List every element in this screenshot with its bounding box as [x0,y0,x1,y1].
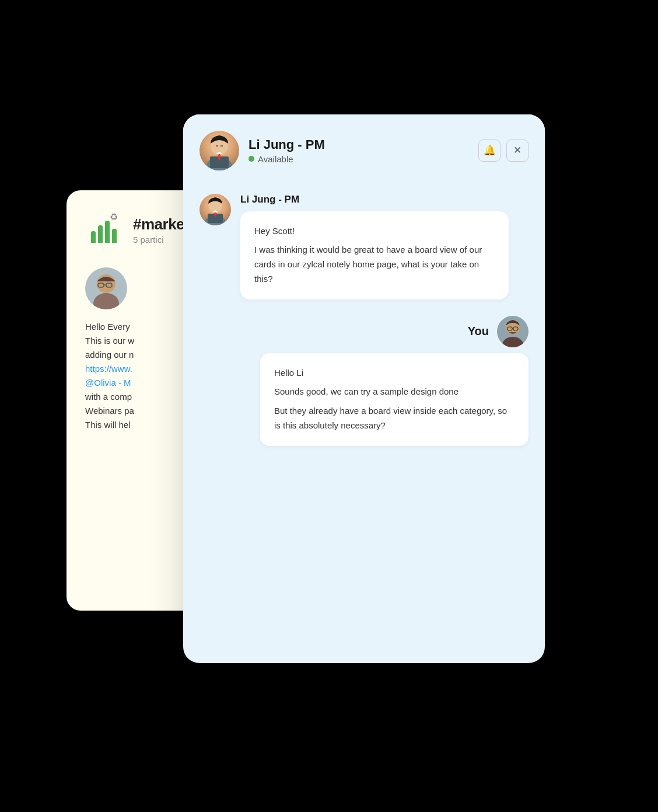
close-icon: ✕ [513,144,522,156]
channel-participants: 5 partici [133,235,184,245]
chat-contact-name: Li Jung - PM [249,137,469,152]
message-li-jung: Li Jung - PM Hey Scott! I was thinking i… [200,194,528,299]
channel-name: #marke [133,215,184,234]
svg-point-1 [93,293,119,309]
you-avatar [497,316,528,347]
bar1 [91,231,96,243]
you-label: You [468,325,489,338]
you-msg-line1: Sounds good, we can try a sample design … [274,385,514,399]
li-jung-avatar-header [200,131,239,170]
bar4 [112,229,117,243]
header-actions: 🔔 ✕ [478,140,528,162]
back-avatar-image [85,267,127,309]
back-avatar [85,267,127,309]
bar2 [98,225,103,243]
you-avatar-img [497,316,528,347]
chat-header: Li Jung - PM Available 🔔 ✕ [183,114,545,182]
status-text: Available [258,154,293,164]
you-msg-line0: Hello Li [274,366,514,381]
li-jung-msg-name: Li Jung - PM [240,194,509,205]
you-header: You [468,316,528,347]
li-jung-msg-content: Li Jung - PM Hey Scott! I was thinking i… [240,194,509,299]
li-jung-msg-line1: I was thinking it would be great to have… [254,243,495,286]
bar3 [105,221,110,243]
li-jung-msg-line0: Hey Scott! [254,224,495,239]
close-button[interactable]: ✕ [506,140,528,162]
scene: ♻ #marke 5 partici Hello Every [66,85,592,727]
li-jung-msg-bubble: Hey Scott! I was thinking it would be gr… [240,211,509,299]
chat-card: Li Jung - PM Available 🔔 ✕ [183,114,545,663]
chat-status: Available [249,154,469,164]
chat-header-info: Li Jung - PM Available [249,137,469,164]
li-jung-avatar-msg-img [200,194,231,225]
chat-body: Li Jung - PM Hey Scott! I was thinking i… [183,182,545,663]
channel-info: #marke 5 partici [133,215,184,245]
li-jung-avatar-img [200,131,239,170]
you-msg-bubble: Hello Li Sounds good, we can try a sampl… [260,353,528,446]
message-you: You [200,316,528,446]
status-dot [249,156,254,162]
svg-point-16 [502,337,523,347]
bell-icon: 🔔 [484,144,496,156]
bell-button[interactable]: 🔔 [478,140,501,162]
you-msg-line2: But they already have a board view insid… [274,404,514,433]
recycle-icon: ♻ [110,211,123,224]
li-jung-avatar-msg [200,194,231,225]
channel-icon: ♻ [85,211,123,249]
